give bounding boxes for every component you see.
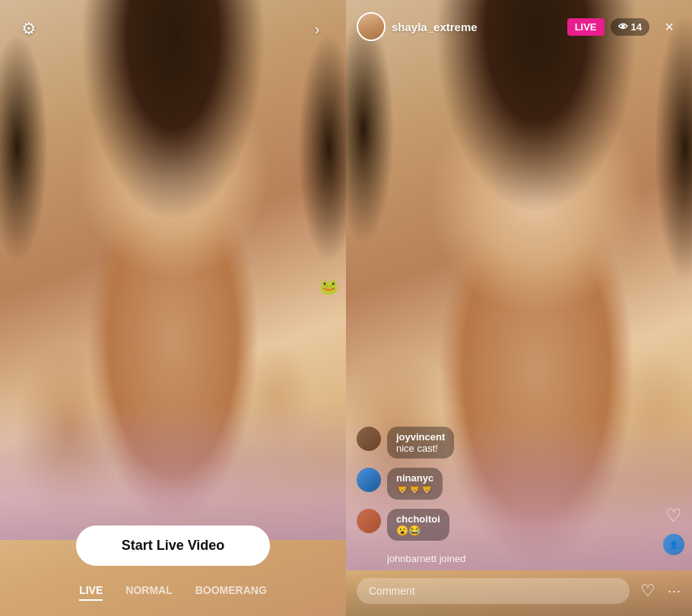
more-options-button[interactable]: ··· [668,583,681,599]
comment-text-joy: nice cast! [396,443,445,454]
chevron-right-icon: › [315,21,320,38]
comment-bar: ♡ ··· [346,570,692,616]
streamer-avatar[interactable] [357,12,386,41]
floating-reactions: ♡ 👤 [663,505,684,555]
commenter-name-nina: ninanyc [396,472,433,484]
commenter-avatar-joy [357,427,381,451]
streamer-username[interactable]: shayla_extreme [392,21,567,33]
joined-notice: johnbarnett joined [357,550,636,567]
close-button[interactable]: × [657,14,681,39]
left-bottom-bar: Start Live Video LIVE NORMAL BOOMERANG [0,526,346,616]
mode-selector: LIVE NORMAL BOOMERANG [79,581,267,601]
mode-boomerang[interactable]: BOOMERANG [195,581,267,601]
viewer-count: 👁 14 [611,18,649,36]
commenter-avatar-nina [357,468,381,492]
reaction-avatar: 👤 [663,534,684,555]
left-camera-panel: ⚙ › 🐸 Start Live Video LIVE NORMAL BOOME… [0,0,346,616]
clothing-left [0,403,346,540]
start-live-button[interactable]: Start Live Video [76,526,271,566]
comment-item: ninanyc 🦁🦁🦁 [357,468,636,500]
mode-normal[interactable]: NORMAL [125,581,172,601]
comment-input[interactable] [357,578,630,604]
close-icon: × [665,18,674,36]
heart-reaction-1: ♡ [665,505,682,526]
eye-icon: 👁 [618,21,628,33]
comment-item: chchoitoi 😮😂 [357,509,636,541]
heart-button[interactable]: ♡ [640,581,655,601]
comment-bubble-joy: joyvincent nice cast! [387,427,454,459]
commenter-avatar-chch [357,509,381,533]
comment-bubble-chch: chchoitoi 😮😂 [387,509,449,541]
gear-icon: ⚙ [21,19,37,39]
live-header: shayla_extreme LIVE 👁 14 × [346,0,692,53]
left-emoji: 🐸 [319,278,338,296]
left-top-bar: ⚙ › [0,15,346,43]
viewer-number: 14 [631,21,642,33]
hair-right [346,0,692,370]
mode-live[interactable]: LIVE [79,581,103,601]
comment-text-chch: 😮😂 [396,525,440,536]
right-live-panel: shayla_extreme LIVE 👁 14 × ♡ 👤 joyvincen… [346,0,692,616]
hair-left [0,0,346,370]
comments-section: joyvincent nice cast! ninanyc 🦁🦁🦁 chchoi… [346,427,646,570]
live-badge: LIVE [567,18,605,36]
comment-text-nina: 🦁🦁🦁 [396,484,433,495]
avatar-face [358,14,384,40]
chevron-right-button[interactable]: › [303,15,331,43]
settings-button[interactable]: ⚙ [15,15,43,43]
commenter-name-joy: joyvincent [396,431,445,443]
comment-item: joyvincent nice cast! [357,427,636,459]
comment-bubble-nina: ninanyc 🦁🦁🦁 [387,468,443,500]
commenter-name-chch: chchoitoi [396,513,440,525]
